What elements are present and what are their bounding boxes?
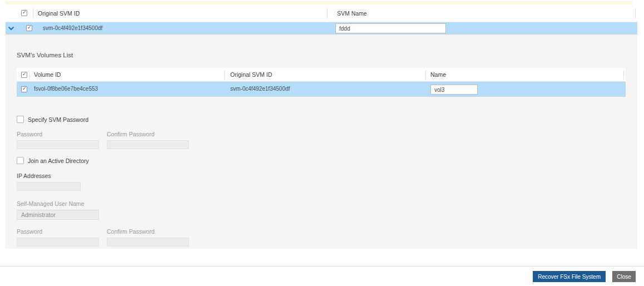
volume-select-all-checkbox[interactable] <box>21 72 27 78</box>
column-header-volume-name: Name <box>425 70 623 79</box>
chevron-down-icon[interactable] <box>8 26 14 31</box>
svm-password-input[interactable] <box>17 140 99 149</box>
volumes-table-header: Volume ID Original SVM ID Name <box>17 68 626 82</box>
svm-expanded-panel: SVM's Volumes List Volume ID Original SV… <box>6 34 637 249</box>
volume-row-checkbox[interactable] <box>21 86 27 92</box>
column-header-svm-name: SVM Name <box>327 8 635 18</box>
ad-password-input[interactable] <box>17 238 99 246</box>
specify-svm-password-option[interactable]: Specify SVM Password <box>17 116 637 123</box>
svm-table: Original SVM ID SVM Name svm-0c4f492e1f3… <box>6 4 637 34</box>
volumes-list-title: SVM's Volumes List <box>6 34 637 58</box>
volume-row[interactable]: fsvol-0f8be06e7be4ce553 svm-0c4f492e1f34… <box>17 82 626 97</box>
recover-fsx-dialog: Original SVM ID SVM Name svm-0c4f492e1f3… <box>6 0 637 249</box>
svm-row[interactable]: svm-0c4f492e1f34500df <box>6 22 637 34</box>
volume-row-original-svm-id: svm-0c4f492e1f34500df <box>224 85 425 93</box>
svm-confirm-password-input[interactable] <box>107 140 189 149</box>
svm-options-form: Specify SVM Password Password Confirm Pa… <box>6 116 637 246</box>
join-active-directory-label: Join an Active Directory <box>28 157 89 164</box>
ad-password-label: Password <box>17 228 99 235</box>
ip-addresses-input[interactable] <box>17 182 81 191</box>
ip-addresses-label: IP Addresses <box>17 172 637 179</box>
column-header-volume-original-svm-id: Original SVM ID <box>224 70 425 79</box>
self-managed-user-name-label: Self-Managed User Name <box>17 200 637 207</box>
specify-svm-password-checkbox[interactable] <box>17 116 24 123</box>
svm-table-header: Original SVM ID SVM Name <box>6 4 637 22</box>
svm-select-all-checkbox[interactable] <box>21 10 27 16</box>
volume-name-input[interactable] <box>430 85 478 95</box>
close-button[interactable]: Close <box>612 271 636 282</box>
svm-row-original-id: svm-0c4f492e1f34500df <box>38 25 102 31</box>
ad-confirm-password-label: Confirm Password <box>107 228 189 235</box>
volumes-header-endcap <box>623 70 626 79</box>
footer-divider <box>0 266 644 267</box>
join-active-directory-checkbox[interactable] <box>17 157 24 164</box>
svm-password-label: Password <box>17 131 99 137</box>
header-endcap <box>635 8 637 18</box>
column-header-volume-id: Volume ID <box>29 70 224 79</box>
self-managed-user-name-input[interactable] <box>17 210 99 220</box>
svm-row-checkbox[interactable] <box>26 25 32 31</box>
svm-confirm-password-label: Confirm Password <box>107 131 189 137</box>
ad-confirm-password-input[interactable] <box>107 238 189 246</box>
volume-row-id: fsvol-0f8be06e7be4ce553 <box>29 85 224 93</box>
volumes-table: Volume ID Original SVM ID Name fsvol-0f8… <box>17 68 626 97</box>
column-header-original-svm-id: Original SVM ID <box>33 8 327 18</box>
join-active-directory-option[interactable]: Join an Active Directory <box>17 157 637 164</box>
svm-name-input[interactable] <box>335 23 446 33</box>
recover-fsx-button[interactable]: Recover FSx File System <box>533 271 606 282</box>
specify-svm-password-label: Specify SVM Password <box>28 116 88 123</box>
footer-buttons: Recover FSx File System Close <box>533 271 636 282</box>
